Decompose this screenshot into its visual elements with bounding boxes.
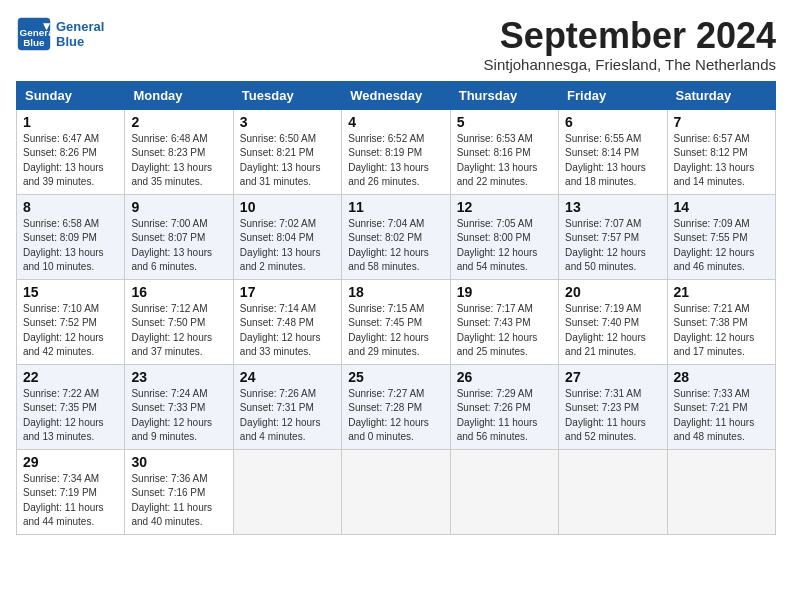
day-number: 5	[457, 114, 552, 130]
col-header-sunday: Sunday	[17, 81, 125, 109]
calendar-row: 22Sunrise: 7:22 AM Sunset: 7:35 PM Dayli…	[17, 364, 776, 449]
day-number: 26	[457, 369, 552, 385]
day-number: 7	[674, 114, 769, 130]
day-number: 24	[240, 369, 335, 385]
calendar-cell: 11Sunrise: 7:04 AM Sunset: 8:02 PM Dayli…	[342, 194, 450, 279]
calendar-row: 8Sunrise: 6:58 AM Sunset: 8:09 PM Daylig…	[17, 194, 776, 279]
calendar-cell: 25Sunrise: 7:27 AM Sunset: 7:28 PM Dayli…	[342, 364, 450, 449]
day-info: Sunrise: 7:26 AM Sunset: 7:31 PM Dayligh…	[240, 387, 335, 445]
header-row: SundayMondayTuesdayWednesdayThursdayFrid…	[17, 81, 776, 109]
day-number: 28	[674, 369, 769, 385]
calendar-cell: 28Sunrise: 7:33 AM Sunset: 7:21 PM Dayli…	[667, 364, 775, 449]
day-number: 4	[348, 114, 443, 130]
day-number: 8	[23, 199, 118, 215]
col-header-thursday: Thursday	[450, 81, 558, 109]
calendar-cell: 30Sunrise: 7:36 AM Sunset: 7:16 PM Dayli…	[125, 449, 233, 534]
calendar-cell: 3Sunrise: 6:50 AM Sunset: 8:21 PM Daylig…	[233, 109, 341, 194]
col-header-monday: Monday	[125, 81, 233, 109]
logo-text: General	[56, 19, 104, 34]
calendar-cell: 9Sunrise: 7:00 AM Sunset: 8:07 PM Daylig…	[125, 194, 233, 279]
calendar-cell: 10Sunrise: 7:02 AM Sunset: 8:04 PM Dayli…	[233, 194, 341, 279]
day-info: Sunrise: 6:52 AM Sunset: 8:19 PM Dayligh…	[348, 132, 443, 190]
calendar-cell: 1Sunrise: 6:47 AM Sunset: 8:26 PM Daylig…	[17, 109, 125, 194]
day-info: Sunrise: 7:12 AM Sunset: 7:50 PM Dayligh…	[131, 302, 226, 360]
calendar-cell	[342, 449, 450, 534]
day-info: Sunrise: 7:07 AM Sunset: 7:57 PM Dayligh…	[565, 217, 660, 275]
calendar-row: 15Sunrise: 7:10 AM Sunset: 7:52 PM Dayli…	[17, 279, 776, 364]
day-info: Sunrise: 7:00 AM Sunset: 8:07 PM Dayligh…	[131, 217, 226, 275]
day-number: 20	[565, 284, 660, 300]
calendar-cell: 16Sunrise: 7:12 AM Sunset: 7:50 PM Dayli…	[125, 279, 233, 364]
calendar-cell: 15Sunrise: 7:10 AM Sunset: 7:52 PM Dayli…	[17, 279, 125, 364]
calendar-cell: 6Sunrise: 6:55 AM Sunset: 8:14 PM Daylig…	[559, 109, 667, 194]
day-info: Sunrise: 7:14 AM Sunset: 7:48 PM Dayligh…	[240, 302, 335, 360]
day-number: 1	[23, 114, 118, 130]
calendar-cell: 29Sunrise: 7:34 AM Sunset: 7:19 PM Dayli…	[17, 449, 125, 534]
calendar-cell: 4Sunrise: 6:52 AM Sunset: 8:19 PM Daylig…	[342, 109, 450, 194]
day-info: Sunrise: 7:34 AM Sunset: 7:19 PM Dayligh…	[23, 472, 118, 530]
calendar-cell: 19Sunrise: 7:17 AM Sunset: 7:43 PM Dayli…	[450, 279, 558, 364]
day-info: Sunrise: 7:05 AM Sunset: 8:00 PM Dayligh…	[457, 217, 552, 275]
day-number: 18	[348, 284, 443, 300]
title-block: September 2024 Sintjohannesga, Friesland…	[484, 16, 776, 73]
day-number: 13	[565, 199, 660, 215]
day-number: 21	[674, 284, 769, 300]
day-info: Sunrise: 7:36 AM Sunset: 7:16 PM Dayligh…	[131, 472, 226, 530]
calendar-cell: 22Sunrise: 7:22 AM Sunset: 7:35 PM Dayli…	[17, 364, 125, 449]
calendar-cell: 13Sunrise: 7:07 AM Sunset: 7:57 PM Dayli…	[559, 194, 667, 279]
calendar-cell: 17Sunrise: 7:14 AM Sunset: 7:48 PM Dayli…	[233, 279, 341, 364]
day-number: 6	[565, 114, 660, 130]
day-info: Sunrise: 7:21 AM Sunset: 7:38 PM Dayligh…	[674, 302, 769, 360]
calendar-cell: 21Sunrise: 7:21 AM Sunset: 7:38 PM Dayli…	[667, 279, 775, 364]
month-title: September 2024	[484, 16, 776, 56]
calendar-cell: 2Sunrise: 6:48 AM Sunset: 8:23 PM Daylig…	[125, 109, 233, 194]
calendar-cell: 26Sunrise: 7:29 AM Sunset: 7:26 PM Dayli…	[450, 364, 558, 449]
calendar-cell: 14Sunrise: 7:09 AM Sunset: 7:55 PM Dayli…	[667, 194, 775, 279]
logo-text2: Blue	[56, 34, 104, 49]
calendar-cell	[450, 449, 558, 534]
day-number: 12	[457, 199, 552, 215]
day-number: 3	[240, 114, 335, 130]
day-info: Sunrise: 6:55 AM Sunset: 8:14 PM Dayligh…	[565, 132, 660, 190]
calendar-cell: 27Sunrise: 7:31 AM Sunset: 7:23 PM Dayli…	[559, 364, 667, 449]
day-info: Sunrise: 6:57 AM Sunset: 8:12 PM Dayligh…	[674, 132, 769, 190]
day-number: 11	[348, 199, 443, 215]
day-number: 23	[131, 369, 226, 385]
calendar-cell: 12Sunrise: 7:05 AM Sunset: 8:00 PM Dayli…	[450, 194, 558, 279]
page-header: General Blue General Blue September 2024…	[16, 16, 776, 73]
day-number: 17	[240, 284, 335, 300]
day-info: Sunrise: 6:47 AM Sunset: 8:26 PM Dayligh…	[23, 132, 118, 190]
col-header-wednesday: Wednesday	[342, 81, 450, 109]
calendar-cell: 7Sunrise: 6:57 AM Sunset: 8:12 PM Daylig…	[667, 109, 775, 194]
day-info: Sunrise: 6:50 AM Sunset: 8:21 PM Dayligh…	[240, 132, 335, 190]
calendar-cell: 8Sunrise: 6:58 AM Sunset: 8:09 PM Daylig…	[17, 194, 125, 279]
day-info: Sunrise: 7:29 AM Sunset: 7:26 PM Dayligh…	[457, 387, 552, 445]
calendar-cell: 20Sunrise: 7:19 AM Sunset: 7:40 PM Dayli…	[559, 279, 667, 364]
logo-icon: General Blue	[16, 16, 52, 52]
calendar-cell: 24Sunrise: 7:26 AM Sunset: 7:31 PM Dayli…	[233, 364, 341, 449]
day-number: 10	[240, 199, 335, 215]
calendar-table: SundayMondayTuesdayWednesdayThursdayFrid…	[16, 81, 776, 535]
day-number: 30	[131, 454, 226, 470]
day-info: Sunrise: 7:24 AM Sunset: 7:33 PM Dayligh…	[131, 387, 226, 445]
day-number: 19	[457, 284, 552, 300]
col-header-friday: Friday	[559, 81, 667, 109]
day-info: Sunrise: 7:19 AM Sunset: 7:40 PM Dayligh…	[565, 302, 660, 360]
location-subtitle: Sintjohannesga, Friesland, The Netherlan…	[484, 56, 776, 73]
day-number: 29	[23, 454, 118, 470]
day-info: Sunrise: 6:48 AM Sunset: 8:23 PM Dayligh…	[131, 132, 226, 190]
calendar-cell: 18Sunrise: 7:15 AM Sunset: 7:45 PM Dayli…	[342, 279, 450, 364]
col-header-tuesday: Tuesday	[233, 81, 341, 109]
calendar-cell	[667, 449, 775, 534]
day-number: 9	[131, 199, 226, 215]
day-number: 27	[565, 369, 660, 385]
day-info: Sunrise: 7:31 AM Sunset: 7:23 PM Dayligh…	[565, 387, 660, 445]
day-info: Sunrise: 7:10 AM Sunset: 7:52 PM Dayligh…	[23, 302, 118, 360]
day-info: Sunrise: 7:17 AM Sunset: 7:43 PM Dayligh…	[457, 302, 552, 360]
day-info: Sunrise: 7:02 AM Sunset: 8:04 PM Dayligh…	[240, 217, 335, 275]
day-number: 14	[674, 199, 769, 215]
day-info: Sunrise: 7:33 AM Sunset: 7:21 PM Dayligh…	[674, 387, 769, 445]
calendar-row: 1Sunrise: 6:47 AM Sunset: 8:26 PM Daylig…	[17, 109, 776, 194]
calendar-cell: 23Sunrise: 7:24 AM Sunset: 7:33 PM Dayli…	[125, 364, 233, 449]
day-number: 15	[23, 284, 118, 300]
